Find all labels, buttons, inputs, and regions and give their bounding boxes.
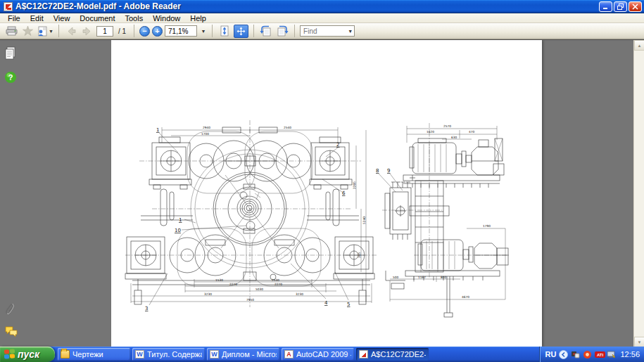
previous-view-button[interactable]: [259, 25, 273, 38]
next-view-button[interactable]: [275, 25, 289, 38]
display-settings-icon[interactable]: [607, 350, 616, 359]
svg-text:3230: 3230: [296, 292, 303, 296]
taskbar-item-folder[interactable]: Чертежи: [58, 348, 130, 361]
svg-text:2540: 2540: [284, 126, 291, 129]
taskbar-item-pdf-active[interactable]: A$C12C72DE2-Mo...: [356, 348, 429, 361]
svg-text:5030: 5030: [255, 287, 263, 291]
svg-text:2940: 2940: [203, 126, 210, 129]
autocad-icon: A: [284, 350, 293, 358]
svg-text:9: 9: [387, 168, 390, 174]
find-box: ▼: [300, 25, 355, 37]
svg-text:5240: 5240: [362, 216, 366, 224]
print-button[interactable]: [4, 25, 18, 38]
help-icon[interactable]: ?: [4, 71, 17, 85]
svg-text:2: 2: [336, 142, 339, 148]
find-dropdown-arrow[interactable]: ▼: [348, 29, 353, 34]
svg-text:345: 345: [358, 252, 361, 258]
comments-icon[interactable]: [4, 325, 17, 340]
svg-text:2530: 2530: [272, 278, 279, 282]
title-bar: A$C12C72DE2-Model.pdf - Adobe Reader: [0, 0, 644, 13]
zoom-in-button[interactable]: +: [152, 26, 163, 37]
svg-text:1: 1: [156, 127, 159, 133]
pages-panel-icon[interactable]: [4, 46, 17, 60]
folder-icon: [61, 350, 70, 358]
keyboard-switcher-icon[interactable]: [571, 350, 580, 359]
pdf-page[interactable]: 2940 2540 1700 2205 345 5240 1530 2530 2…: [111, 40, 542, 347]
svg-text:1530: 1530: [215, 278, 223, 282]
menu-tools[interactable]: Tools: [120, 14, 149, 22]
previous-page-icon: [64, 25, 78, 38]
word-doc-icon: W: [135, 350, 144, 358]
agent-status-icon[interactable]: [583, 350, 592, 359]
svg-text:8: 8: [376, 168, 379, 174]
menu-edit[interactable]: Edit: [25, 14, 49, 22]
restore-button[interactable]: [614, 1, 627, 12]
page-total-label: / 1: [118, 27, 126, 35]
taskbar-item-autocad[interactable]: A AutoCAD 2009 - [...: [282, 348, 354, 361]
zoom-dropdown-arrow[interactable]: ▼: [199, 25, 207, 37]
vertical-scrollbar[interactable]: ▲ ▼: [633, 40, 644, 347]
fit-page-button[interactable]: [234, 25, 248, 38]
svg-text:1167: 1167: [418, 276, 426, 279]
document-pane: ?: [0, 39, 644, 347]
task-buttons: Чертежи W Титул. Содержан... W Диплом - …: [55, 347, 539, 362]
find-input[interactable]: [301, 27, 344, 35]
svg-text:630: 630: [451, 136, 457, 139]
menu-file[interactable]: File: [3, 14, 25, 22]
window-title: A$C12C72DE2-Model.pdf - Adobe Reader: [15, 1, 599, 11]
pdf-icon: [359, 350, 368, 358]
sign-document-button[interactable]: ▼: [37, 25, 53, 38]
svg-text:7950: 7950: [246, 298, 254, 302]
start-button[interactable]: пуск: [0, 347, 55, 362]
pdf-app-icon: [4, 2, 13, 11]
minimize-button[interactable]: [599, 1, 612, 12]
taskbar-item-word-diplom[interactable]: W Диплом - Microso...: [207, 348, 279, 361]
svg-text:10: 10: [175, 228, 181, 233]
svg-text:500: 500: [393, 276, 398, 279]
navigation-panel-strip: ?: [0, 40, 20, 347]
svg-text:3230: 3230: [204, 292, 212, 296]
ati-catalyst-icon[interactable]: ATI: [595, 350, 604, 359]
taskbar-item-word-titul[interactable]: W Титул. Содержан...: [132, 348, 205, 361]
svg-text:800: 800: [441, 276, 446, 279]
zoom-out-button[interactable]: −: [139, 26, 150, 37]
clock[interactable]: 12:56: [620, 350, 640, 358]
zoom-level-value: 71,1%: [168, 27, 188, 35]
adobe-reader-window: A$C12C72DE2-Model.pdf - Adobe Reader Fil…: [0, 0, 644, 362]
language-indicator[interactable]: RU: [545, 350, 557, 358]
svg-text:5: 5: [347, 302, 350, 307]
svg-text:2270: 2270: [274, 283, 282, 286]
engineering-drawing: 2940 2540 1700 2205 345 5240 1530 2530 2…: [111, 40, 542, 347]
zoom-level-select[interactable]: 71,1%: [165, 25, 197, 37]
hide-icons-chevron-icon[interactable]: [559, 350, 568, 359]
word-doc-icon: W: [210, 350, 219, 358]
menu-document[interactable]: Document: [75, 14, 120, 22]
svg-text:1700: 1700: [201, 132, 209, 136]
svg-text:4: 4: [324, 300, 328, 306]
svg-text:2205: 2205: [353, 181, 356, 189]
svg-text:4670: 4670: [462, 295, 469, 299]
svg-text:1790: 1790: [483, 224, 491, 228]
menu-help[interactable]: Help: [185, 14, 211, 22]
svg-text:?: ?: [8, 73, 13, 82]
next-page-icon: [80, 25, 94, 38]
start-label: пуск: [18, 349, 39, 360]
menu-bar: File Edit View Document Tools Window Hel…: [0, 13, 644, 23]
menu-window[interactable]: Window: [148, 14, 185, 22]
scroll-up-icon[interactable]: ▲: [634, 40, 644, 51]
sign-dropdown-arrow[interactable]: ▼: [49, 29, 53, 34]
svg-text:ATI: ATI: [597, 353, 604, 357]
taskbar: пуск Чертежи W Титул. Содержан... W Дипл…: [0, 347, 644, 362]
scroll-down-icon[interactable]: ▼: [634, 337, 644, 347]
svg-text:2270: 2270: [229, 283, 237, 286]
system-tray: RU ATI 12:56: [539, 347, 644, 362]
menu-view[interactable]: View: [49, 14, 75, 22]
scrolling-mode-button[interactable]: [217, 25, 232, 38]
page-number-input[interactable]: [96, 26, 113, 37]
collaborate-icon: [20, 25, 34, 38]
attachments-icon[interactable]: [4, 302, 17, 316]
close-button[interactable]: [629, 1, 642, 12]
svg-text:2570: 2570: [443, 124, 451, 128]
svg-text:1620: 1620: [427, 130, 434, 134]
svg-text:3: 3: [145, 306, 148, 311]
